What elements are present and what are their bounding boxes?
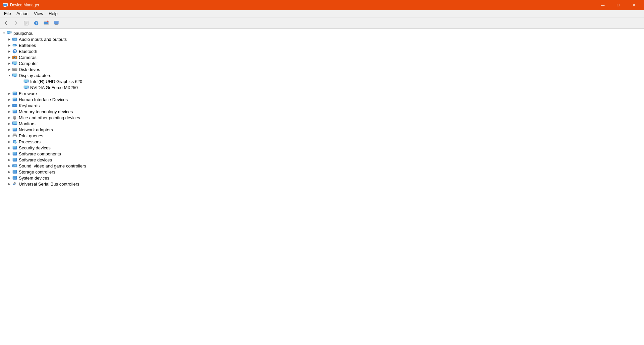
svg-rect-111 [13,158,16,159]
tree-item-monitors[interactable]: Monitors [0,121,644,127]
swcomponents-expand-icon [8,152,10,155]
tree-item-network[interactable]: Network adapters [0,127,644,133]
hid-expander[interactable] [7,97,12,102]
tree-item-swdevices[interactable]: Software devices [0,157,644,163]
tree-item-bluetooth[interactable]: Bluetooth [0,48,644,54]
tree-item-sysdevices[interactable]: System devices [0,175,644,181]
audio-expand-icon [8,38,10,41]
security-icon [12,145,17,150]
storage-expander[interactable] [7,169,12,175]
hid-device-icon [12,97,17,102]
sound-expander[interactable] [7,163,12,168]
svg-rect-69 [16,105,16,105]
forward-button[interactable] [11,18,21,28]
menu-view[interactable]: View [31,10,46,17]
audio-expander[interactable] [7,37,12,42]
tree-item-diskdrives[interactable]: Disk drives [0,66,644,72]
printq-expander[interactable] [7,133,12,138]
tree-item-memtech[interactable]: Memory technology devices [0,109,644,115]
monitors-expand-icon [8,122,10,125]
minimize-button[interactable]: — [595,0,610,10]
tree-item-printq[interactable]: Print queues [0,133,644,139]
help-button[interactable]: ? [32,18,41,28]
menu-file[interactable]: File [1,10,14,17]
svg-rect-55 [25,88,27,89]
svg-rect-44 [13,69,15,70]
svg-rect-87 [13,130,16,130]
memtech-expander[interactable] [7,109,12,114]
svg-rect-22 [11,32,12,33]
tree-item-keyboards[interactable]: Keyboards [0,102,644,109]
tree-item-computer[interactable]: Computer [0,60,644,66]
tree-item-batteries[interactable]: Batteries [0,42,644,48]
swdevices-expander[interactable] [7,157,12,162]
tree-item-swcomponents[interactable]: Software components [0,151,644,157]
firmware-icon [12,91,17,96]
batteries-expander[interactable] [7,43,12,48]
svg-rect-120 [13,171,16,172]
mouse-device-icon [12,115,17,120]
svg-rect-64 [13,100,16,100]
tree-item-nvidia[interactable]: NVIDIA GeForce MX250 [0,84,644,90]
tree-item-usb[interactable]: Universal Serial Bus controllers [0,181,644,187]
tree-item-security[interactable]: Security devices [0,145,644,151]
tree-item-sound[interactable]: Sound, video and game controllers [0,163,644,169]
computer-tree-icon [12,61,17,66]
tree-item-firmware[interactable]: Firmware [0,90,644,96]
tree-item-mice[interactable]: Mice and other pointing devices [0,115,644,121]
firmware-expander[interactable] [7,91,12,96]
back-button[interactable] [1,18,11,28]
disk-device-icon [12,67,17,72]
svg-point-30 [13,49,17,53]
tree-root[interactable]: paulpchou [0,30,644,36]
cameras-icon [12,55,17,60]
svg-rect-54 [24,86,28,88]
menu-help[interactable]: Help [46,10,60,17]
hide-devices-button[interactable] [42,18,51,28]
svg-rect-67 [14,105,14,105]
computer-label: Computer [19,61,38,66]
tree-item-storage[interactable]: Storage controllers [0,169,644,175]
sound-label: Sound, video and game controllers [19,163,86,168]
swdevices-device-icon [12,157,17,162]
diskdrives-expander[interactable] [7,67,12,72]
storage-icon [12,169,17,175]
network-expander[interactable] [7,127,12,132]
tree-item-displayadapters[interactable]: Display adapters [0,72,644,78]
bluetooth-expander[interactable] [7,49,12,54]
svg-rect-66 [13,105,13,105]
svg-rect-124 [13,178,16,178]
root-expander[interactable] [1,30,7,36]
monitors-expander[interactable] [7,121,12,126]
tree-item-hid[interactable]: Human Interface Devices [0,96,644,102]
svg-rect-109 [13,154,16,154]
hid-label: Human Interface Devices [19,97,68,102]
nvidia-icon [23,85,29,90]
security-expander[interactable] [7,145,12,150]
hid-expand-icon [8,98,10,101]
keyboards-expander[interactable] [7,103,12,108]
svg-rect-2 [4,6,6,7]
tree-item-intel[interactable]: Intel(R) UHD Graphics 620 [0,78,644,84]
usb-expander[interactable] [7,181,12,187]
menu-action[interactable]: Action [14,10,31,17]
cameras-expander[interactable] [7,55,12,60]
tree-item-cameras[interactable]: Cameras [0,54,644,60]
usb-label: Universal Serial Bus controllers [19,182,79,187]
processors-expander[interactable] [7,139,12,144]
sysdevices-expander[interactable] [7,175,12,181]
monitor-button[interactable] [52,18,61,28]
keyboards-expand-icon [8,104,10,107]
swcomponents-expander[interactable] [7,151,12,156]
properties-button[interactable] [21,18,31,28]
batteries-label: Batteries [19,43,36,48]
svg-rect-75 [13,111,16,112]
maximize-button[interactable]: □ [610,0,626,10]
displayadapters-expander[interactable] [7,73,12,78]
mice-expander[interactable] [7,115,12,120]
computer-expander[interactable] [7,61,12,66]
tree-item-audio[interactable]: Audio inputs and outputs [0,36,644,42]
tree-item-processors[interactable]: Processors [0,139,644,145]
close-button[interactable]: ✕ [626,0,641,10]
svg-rect-117 [14,165,16,166]
